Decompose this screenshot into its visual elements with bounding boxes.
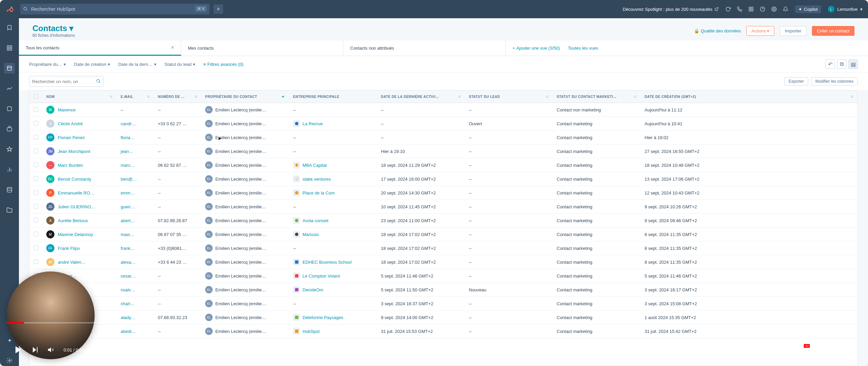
email-link[interactable]: maxi… bbox=[121, 232, 134, 237]
select-all-checkbox[interactable] bbox=[33, 94, 38, 99]
filter-create-date[interactable]: Date de création ▾ bbox=[74, 62, 110, 67]
contact-name-link[interactable]: Benoit Constanty bbox=[58, 177, 91, 182]
data-quality-link[interactable]: 🔒 Qualité des données bbox=[694, 28, 741, 33]
col-owner[interactable]: PROPRIÉTAIRE DU CONTACT▼ bbox=[201, 90, 289, 103]
company-link[interactable]: Delefortrie Paysages bbox=[303, 315, 343, 320]
email-link[interactable]: candr… bbox=[121, 121, 136, 126]
data-icon[interactable] bbox=[4, 184, 15, 195]
theater-icon[interactable] bbox=[830, 346, 839, 354]
marketing-icon[interactable] bbox=[4, 83, 15, 94]
clone-icon[interactable]: ⧉ bbox=[837, 59, 846, 69]
email-link[interactable]: jean… bbox=[121, 149, 134, 154]
table-row[interactable]: CLulemon… cesar… -- ELEmilien Leclercq (… bbox=[29, 269, 858, 283]
contact-name-link[interactable]: Florian Penez bbox=[58, 135, 85, 140]
contact-name-link[interactable]: Cécile André bbox=[58, 121, 83, 126]
actions-dropdown[interactable]: Actions ▾ bbox=[746, 26, 774, 36]
advanced-filters[interactable]: ≡ Filtres avancés (0) bbox=[203, 62, 244, 67]
table-row[interactable]: FPFlorian Penez floria… -- ELEmilien Lec… bbox=[29, 131, 858, 145]
col-email[interactable]: E-MAIL⇅ bbox=[117, 90, 154, 103]
email-link[interactable]: ben@… bbox=[121, 177, 137, 182]
table-row[interactable]: AAurélie Bertoux abert… 07.82.89.26.87 E… bbox=[29, 214, 858, 228]
company-link[interactable]: Place de la Com bbox=[303, 190, 335, 195]
export-button[interactable]: Exporter bbox=[784, 77, 808, 85]
col-last-activity[interactable]: DATE DE LA DERNIÈRE ACTIVI…⇅ bbox=[377, 90, 465, 103]
edit-columns-button[interactable]: Modifier les colonnes bbox=[811, 77, 858, 85]
settings-icon[interactable] bbox=[771, 6, 777, 12]
play-icon[interactable] bbox=[14, 345, 23, 355]
volume-icon[interactable] bbox=[47, 346, 55, 354]
captions-icon[interactable] bbox=[783, 346, 791, 354]
email-link[interactable]: cesar… bbox=[121, 273, 136, 279]
col-name[interactable]: NOM⇅ bbox=[42, 90, 117, 103]
row-checkbox[interactable] bbox=[33, 121, 38, 126]
table-row[interactable]: JMJean Morchipont jean… -- ELEmilien Lec… bbox=[29, 145, 858, 158]
email-link[interactable]: alexa… bbox=[121, 260, 136, 265]
email-link[interactable]: floria… bbox=[121, 135, 135, 140]
row-checkbox[interactable] bbox=[33, 190, 38, 195]
add-view-button[interactable]: + Ajouter une vue (3/50) bbox=[512, 46, 560, 51]
copilot-button[interactable]: ✦ Copilot bbox=[795, 5, 821, 13]
row-checkbox[interactable] bbox=[33, 149, 38, 153]
email-link[interactable]: alady… bbox=[121, 315, 136, 320]
add-tab-button[interactable]: + bbox=[214, 4, 223, 14]
fullscreen-icon[interactable] bbox=[847, 346, 854, 354]
contact-name-link[interactable]: Aurélie Bertoux bbox=[58, 218, 88, 223]
content-icon[interactable] bbox=[4, 103, 15, 114]
search-icon[interactable] bbox=[96, 79, 101, 83]
table-row[interactable]: JGJulien GUERINO… gueri… -- ELEmilien Le… bbox=[29, 200, 858, 214]
bell-icon[interactable] bbox=[783, 6, 788, 12]
marketplace-icon[interactable] bbox=[748, 6, 754, 12]
table-row[interactable]: BCBenoit Constanty ben@… -- ELEmilien Le… bbox=[29, 172, 858, 186]
table-row[interactable]: PEmmanuelle RO… emm… -- ELEmilien Lecler… bbox=[29, 186, 858, 200]
save-view-icon[interactable]: ▤ bbox=[848, 59, 858, 69]
phone-icon[interactable] bbox=[737, 6, 742, 12]
row-checkbox[interactable] bbox=[33, 135, 38, 139]
bookmark-icon[interactable] bbox=[4, 22, 15, 33]
company-link[interactable]: La Recrue bbox=[303, 121, 323, 126]
contact-name-link[interactable]: Maxime Delannoy bbox=[58, 232, 93, 237]
autoplay-toggle[interactable] bbox=[763, 347, 775, 353]
create-contact-button[interactable]: Créer un contact bbox=[812, 26, 854, 36]
table-row[interactable]: MMaxime Delannoy maxi… 06 87 07 35 … ELE… bbox=[29, 228, 858, 241]
company-link[interactable]: EDHEC Business School bbox=[303, 260, 352, 265]
tab-all-contacts[interactable]: Tous les contacts × bbox=[19, 41, 181, 56]
company-link[interactable]: DecideOm bbox=[303, 287, 323, 292]
hubspot-logo-icon[interactable] bbox=[5, 5, 14, 13]
row-checkbox[interactable] bbox=[33, 162, 38, 167]
table-row[interactable]: FFFrank Flipo frank… +33 (0)6081… ELEmil… bbox=[29, 241, 858, 255]
table-row[interactable]: NSALVAG… nsalv… -- ELEmilien Leclercq (e… bbox=[29, 283, 858, 297]
row-checkbox[interactable] bbox=[33, 245, 38, 250]
contact-name-link[interactable]: andre Valen… bbox=[58, 260, 86, 265]
col-company[interactable]: ENTREPRISE PRINCIPALE bbox=[289, 90, 377, 103]
close-tab-icon[interactable]: × bbox=[171, 45, 174, 51]
email-link[interactable]: gueri… bbox=[121, 204, 135, 209]
col-created[interactable]: DATE DE CRÉATION (GMT+2)⇅ bbox=[641, 90, 858, 103]
library-icon[interactable] bbox=[4, 205, 15, 215]
import-button[interactable]: Importer bbox=[780, 26, 806, 36]
email-link[interactable]: abert… bbox=[121, 218, 135, 223]
table-row[interactable]: —Marc Burden marc… 06 62 52 87 … ELEmili… bbox=[29, 158, 858, 172]
contact-name-link[interactable]: Emmanuelle RO… bbox=[58, 190, 94, 195]
table-search-input[interactable] bbox=[29, 76, 103, 87]
crm-icon[interactable] bbox=[4, 63, 15, 74]
all-views-link[interactable]: Toutes les vues bbox=[568, 46, 598, 51]
contact-name-link[interactable]: Maxence bbox=[58, 107, 76, 112]
email-link[interactable]: marc… bbox=[121, 163, 135, 168]
row-checkbox[interactable] bbox=[33, 259, 38, 264]
email-link[interactable]: emm… bbox=[121, 190, 135, 195]
filter-owner[interactable]: Propriétaire du… ▾ bbox=[29, 62, 66, 67]
company-link[interactable]: Avola conseil bbox=[303, 218, 328, 223]
email-link[interactable]: charl… bbox=[121, 301, 135, 306]
quality-icon[interactable] bbox=[799, 346, 806, 354]
table-row[interactable]: MMaxence -- -- ELEmilien Leclercq (emili… bbox=[29, 103, 858, 117]
next-icon[interactable] bbox=[31, 346, 39, 354]
undo-icon[interactable]: ↶ bbox=[825, 59, 835, 69]
col-lead-status[interactable]: STATUT DU LEAD⇅ bbox=[465, 90, 553, 103]
tab-my-contacts[interactable]: Mes contacts bbox=[181, 41, 343, 56]
company-link[interactable]: Le Comptoir Volant bbox=[303, 273, 340, 279]
row-checkbox[interactable] bbox=[33, 176, 38, 181]
tab-unassigned[interactable]: Contacts non attribués bbox=[343, 41, 506, 56]
company-link[interactable]: MBA Capital bbox=[303, 163, 327, 168]
table-row[interactable]: AVandre Valen… alexa… +33 6 44 23 … ELEm… bbox=[29, 255, 858, 269]
help-icon[interactable] bbox=[760, 6, 765, 12]
